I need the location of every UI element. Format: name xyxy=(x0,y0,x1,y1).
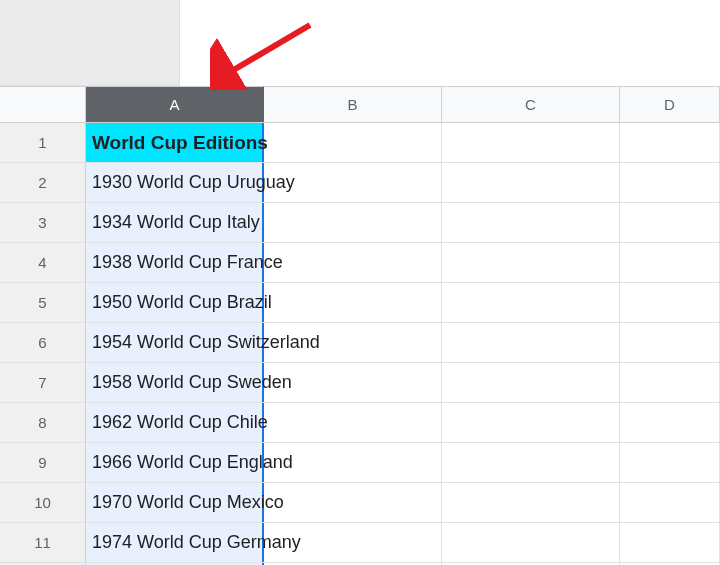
cell-a11[interactable]: 1974 World Cup Germany xyxy=(86,523,264,562)
table-row: 5 1950 World Cup Brazil xyxy=(0,283,720,323)
row-header-5[interactable]: 5 xyxy=(0,283,86,322)
cell-c8[interactable] xyxy=(442,403,620,442)
cell-c9[interactable] xyxy=(442,443,620,482)
cell-c1[interactable] xyxy=(442,123,620,162)
svg-line-1 xyxy=(225,25,310,75)
table-row: 3 1934 World Cup Italy xyxy=(0,203,720,243)
row-header-8[interactable]: 8 xyxy=(0,403,86,442)
cell-d6[interactable] xyxy=(620,323,720,362)
column-header-d[interactable]: D xyxy=(620,86,720,122)
row-header-4[interactable]: 4 xyxy=(0,243,86,282)
table-row: 10 1970 World Cup Mexico xyxy=(0,483,720,523)
cell-a6[interactable]: 1954 World Cup Switzerland xyxy=(86,323,264,362)
grid-rows: 1 World Cup Editions 2 1930 World Cup Ur… xyxy=(0,123,720,565)
cell-a5[interactable]: 1950 World Cup Brazil xyxy=(86,283,264,322)
row-header-7[interactable]: 7 xyxy=(0,363,86,402)
formula-bar-area xyxy=(0,0,180,86)
cell-b8[interactable] xyxy=(264,403,442,442)
cell-c10[interactable] xyxy=(442,483,620,522)
cell-c2[interactable] xyxy=(442,163,620,202)
cell-b3[interactable] xyxy=(264,203,442,242)
row-header-2[interactable]: 2 xyxy=(0,163,86,202)
table-row: 4 1938 World Cup France xyxy=(0,243,720,283)
cell-d11[interactable] xyxy=(620,523,720,562)
row-header-1[interactable]: 1 xyxy=(0,123,86,162)
top-toolbar-area xyxy=(0,0,720,86)
cell-b1[interactable] xyxy=(264,123,442,162)
column-header-c[interactable]: C xyxy=(442,86,620,122)
select-all-corner[interactable] xyxy=(0,86,86,122)
cell-d1[interactable] xyxy=(620,123,720,162)
cell-c3[interactable] xyxy=(442,203,620,242)
cell-d7[interactable] xyxy=(620,363,720,402)
cell-a9[interactable]: 1966 World Cup England xyxy=(86,443,264,482)
cell-a4[interactable]: 1938 World Cup France xyxy=(86,243,264,282)
cell-c4[interactable] xyxy=(442,243,620,282)
table-row: 6 1954 World Cup Switzerland xyxy=(0,323,720,363)
cell-d8[interactable] xyxy=(620,403,720,442)
cell-d9[interactable] xyxy=(620,443,720,482)
table-row: 11 1974 World Cup Germany xyxy=(0,523,720,563)
row-header-3[interactable]: 3 xyxy=(0,203,86,242)
table-row: 1 World Cup Editions xyxy=(0,123,720,163)
cell-d4[interactable] xyxy=(620,243,720,282)
cell-b4[interactable] xyxy=(264,243,442,282)
cell-a10[interactable]: 1970 World Cup Mexico xyxy=(86,483,264,522)
arrow-annotation-icon xyxy=(210,20,320,90)
spreadsheet: A B C D 1 World Cup Editions 2 1930 Worl… xyxy=(0,0,720,565)
cell-c7[interactable] xyxy=(442,363,620,402)
row-header-11[interactable]: 11 xyxy=(0,523,86,562)
row-header-6[interactable]: 6 xyxy=(0,323,86,362)
cell-a7[interactable]: 1958 World Cup Sweden xyxy=(86,363,264,402)
table-row: 8 1962 World Cup Chile xyxy=(0,403,720,443)
cell-d3[interactable] xyxy=(620,203,720,242)
column-header-a[interactable]: A xyxy=(86,86,264,122)
cell-d10[interactable] xyxy=(620,483,720,522)
column-header-b[interactable]: B xyxy=(264,86,442,122)
cell-a2[interactable]: 1930 World Cup Uruguay xyxy=(86,163,264,202)
cell-a8[interactable]: 1962 World Cup Chile xyxy=(86,403,264,442)
cell-c11[interactable] xyxy=(442,523,620,562)
cell-a1[interactable]: World Cup Editions xyxy=(86,123,264,162)
cell-d2[interactable] xyxy=(620,163,720,202)
table-row: 2 1930 World Cup Uruguay xyxy=(0,163,720,203)
cell-b5[interactable] xyxy=(264,283,442,322)
cell-d5[interactable] xyxy=(620,283,720,322)
table-row: 9 1966 World Cup England xyxy=(0,443,720,483)
row-header-10[interactable]: 10 xyxy=(0,483,86,522)
table-row: 7 1958 World Cup Sweden xyxy=(0,363,720,403)
column-headers-row: A B C D xyxy=(0,86,720,123)
cell-c6[interactable] xyxy=(442,323,620,362)
cell-b10[interactable] xyxy=(264,483,442,522)
cell-c5[interactable] xyxy=(442,283,620,322)
cell-a3[interactable]: 1934 World Cup Italy xyxy=(86,203,264,242)
row-header-9[interactable]: 9 xyxy=(0,443,86,482)
